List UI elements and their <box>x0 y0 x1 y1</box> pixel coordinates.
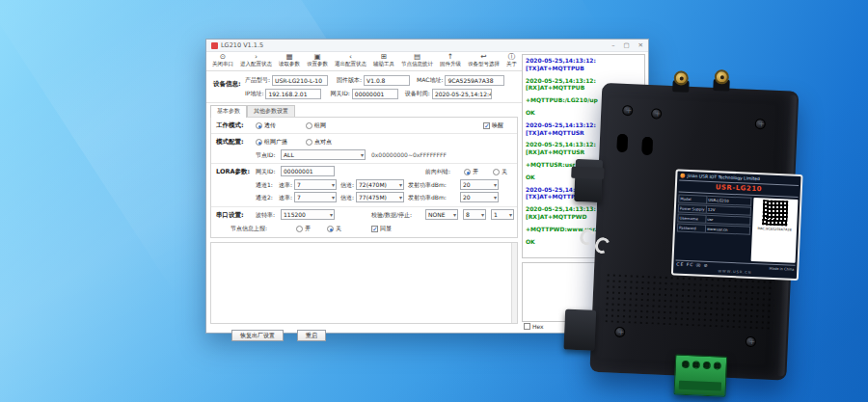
work-mode-group: 工作模式: 透传 组网 唤醒 <box>211 118 517 134</box>
label-mac: MAC:9CA5259A7A38 <box>757 227 791 232</box>
toolbar-close-serial[interactable]: ⊙关闭串口 <box>212 53 233 67</box>
channel1-label: 通道1: <box>256 181 273 190</box>
radio-icon <box>464 169 471 175</box>
close-button[interactable]: ✕ <box>638 41 643 49</box>
maximize-button[interactable]: ▢ <box>623 41 629 49</box>
settings-panel: 工作模式: 透传 组网 唤醒 模式配置: 组网广播 点对点 节点ID: ALL … <box>210 117 518 238</box>
rate-label: 速率: <box>279 194 292 202</box>
enter-icon: › <box>255 53 258 61</box>
wake-checkbox[interactable]: 唤醒 <box>483 121 503 130</box>
checkbox-icon <box>371 226 378 232</box>
fec-off-radio[interactable]: 关 <box>493 168 507 176</box>
device-body: Jinan USR IOT Technology Limited USR-LG2… <box>589 83 799 381</box>
toolbar-aux-tools[interactable]: ⊞辅助工具 <box>373 53 394 67</box>
databits-select[interactable]: 8 <box>463 209 486 220</box>
tab-basic-params[interactable]: 基本参数 <box>210 105 247 118</box>
usr-lg210-device-photo: Jinan USR IOT Technology Limited USR-LG2… <box>560 67 817 391</box>
power-label: 发射功率dBm: <box>408 181 447 190</box>
terminal-hole <box>692 361 699 368</box>
minimize-button[interactable]: – <box>611 41 614 49</box>
hex-checkbox[interactable] <box>524 323 530 330</box>
toolbar-node-stats[interactable]: ▤节点信息统计 <box>401 53 433 67</box>
fec-label: 前向纠错: <box>425 168 450 176</box>
lora-params-title: LORA参数: <box>216 168 250 176</box>
device-time-value: 2020-05-25,14:12:40 <box>432 89 492 99</box>
hex-label: Hex <box>532 323 544 330</box>
mac-value: 9CA5259A7A38 <box>445 75 504 86</box>
config-column: ⊙关闭串口 ›进入配置状态 ▦读取参数 ▣设置参数 ‹退出配置状态 ⊞辅助工具 … <box>206 52 522 333</box>
screw-icon <box>746 336 756 347</box>
gateway-id-value: 00000001 <box>352 89 398 99</box>
log-line: 2020-05-25,14:13:12: <box>526 57 641 65</box>
radio-icon <box>256 122 262 129</box>
qr-code <box>762 200 788 226</box>
toolbar-model-select[interactable]: ↩设备型号选择 <box>468 53 500 67</box>
ip-value: 192.168.2.01 <box>265 89 321 99</box>
work-mode-network-radio[interactable]: 组网 <box>306 121 326 130</box>
parity-select[interactable]: NONE <box>425 209 458 220</box>
work-mode-transparent-radio[interactable]: 透传 <box>256 121 276 130</box>
chan-label: 信道: <box>340 181 354 190</box>
factory-reset-button[interactable]: 恢复出厂设置 <box>231 330 284 341</box>
window-title: LG210 V1.1.5 <box>221 41 263 49</box>
checkbox-icon <box>483 122 490 129</box>
power-terminal-block <box>673 355 727 397</box>
stats-icon: ▤ <box>414 53 420 61</box>
gateway-id-label: 网关ID: <box>330 90 349 98</box>
radio-icon <box>327 226 334 232</box>
stopbits-select[interactable]: 1 <box>491 209 514 220</box>
terminal-hole <box>713 362 720 369</box>
p2p-radio[interactable]: 点对点 <box>306 138 332 147</box>
fec-on-radio[interactable]: 开 <box>464 168 478 176</box>
channel2-rate-select[interactable]: 7 <box>294 192 337 202</box>
channel1-power-select[interactable]: 20 <box>460 179 499 190</box>
lora-gateway-id-input[interactable]: 00000001 <box>281 166 335 176</box>
work-mode-title: 工作模式: <box>216 121 244 130</box>
toolbar-read-params[interactable]: ▦读取参数 <box>279 53 300 67</box>
toolbar-exit-config[interactable]: ‹退出配置状态 <box>335 53 366 67</box>
vent-texture <box>604 272 775 330</box>
screw-icon <box>622 105 633 116</box>
serial-settings-group: 串口设置: 波特率: 115200 校验/数据/停止: NONE 8 1 节点信… <box>211 207 517 237</box>
mode-config-group: 模式配置: 组网广播 点对点 节点ID: ALL 0x00000000~0xFF… <box>211 134 517 164</box>
node-id-range-hint: 0x00000000~0xFFFFFFFF <box>371 151 447 158</box>
broadcast-radio[interactable]: 组网广播 <box>256 138 287 147</box>
echo-checkbox[interactable]: 回显 <box>371 225 392 233</box>
save-icon: ▣ <box>313 53 320 61</box>
radio-icon <box>493 169 500 175</box>
mount-slot <box>641 137 653 155</box>
parity-data-stop-label: 校验/数据/停止: <box>371 211 412 220</box>
usr-logo-icon <box>680 174 685 178</box>
device-label: Jinan USR IOT Technology Limited USR-LG2… <box>671 169 803 281</box>
node-id-select[interactable]: ALL <box>281 149 366 160</box>
node-report-label: 节点信息上报: <box>231 225 267 233</box>
toolbar-firmware-upgrade[interactable]: ↑固件升级 <box>440 53 461 67</box>
hex-option[interactable]: Hex <box>524 323 544 330</box>
channel1-rate-select[interactable]: 7 <box>294 179 337 190</box>
read-icon: ▦ <box>285 53 292 61</box>
firmware-label: 固件版本: <box>337 76 362 85</box>
report-on-radio[interactable]: 开 <box>296 225 311 233</box>
serial-port-icon: ⊙ <box>220 53 226 61</box>
screw-icon <box>651 108 662 119</box>
channel1-freq-select[interactable]: 72(470M) <box>356 179 404 190</box>
chan-label: 信道: <box>340 194 354 202</box>
message-area <box>210 242 518 324</box>
radio-icon <box>306 139 312 146</box>
channel2-power-select[interactable]: 20 <box>460 192 499 202</box>
baud-select[interactable]: 115200 <box>281 209 335 220</box>
device-time-label: 设备时间: <box>405 90 430 98</box>
upgrade-icon: ↑ <box>448 53 453 61</box>
toolbar-enter-config[interactable]: ›进入配置状态 <box>240 53 272 67</box>
title-bar: LG210 V1.1.5 – ▢ ✕ <box>206 40 648 52</box>
device-info-title: 设备信息: <box>213 80 241 89</box>
channel2-freq-select[interactable]: 77(475M) <box>356 192 404 202</box>
report-off-radio[interactable]: 关 <box>327 225 341 233</box>
restart-button[interactable]: 重启 <box>297 330 326 341</box>
toolbar-set-params[interactable]: ▣设置参数 <box>307 53 328 67</box>
baud-label: 波特率: <box>256 211 275 220</box>
toolbar-about[interactable]: ⓘ关于 <box>506 53 517 67</box>
channel2-label: 通道2: <box>256 194 273 202</box>
page-background: LG210 V1.1.5 – ▢ ✕ ⊙关闭串口 ›进入配置状态 ▦读取参数 ▣… <box>0 0 868 402</box>
serial-settings-title: 串口设置: <box>216 211 244 220</box>
